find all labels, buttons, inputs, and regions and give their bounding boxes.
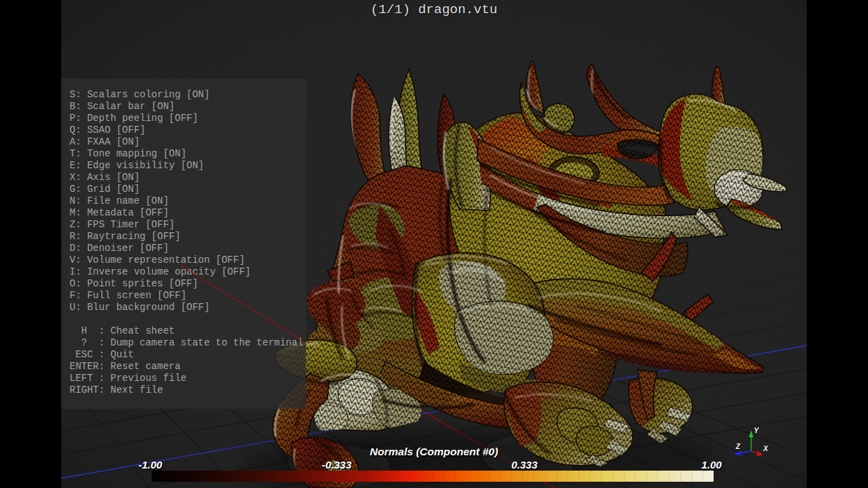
svg-text:Z: Z [735,443,741,450]
svg-text:X: X [763,445,769,453]
svg-text:Y: Y [754,427,760,434]
